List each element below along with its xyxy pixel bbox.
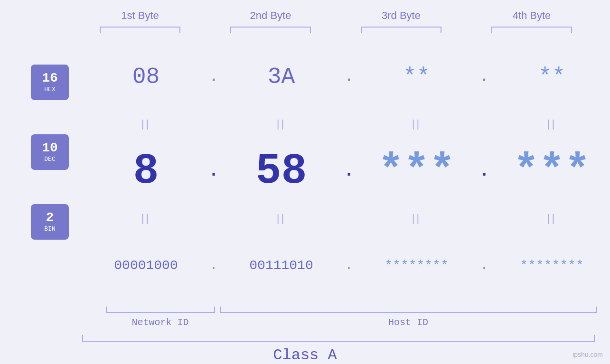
bracket-2 [230, 27, 311, 33]
eq2-b1: || [88, 212, 204, 224]
hex-b2-value: 3A [268, 64, 295, 90]
eq2-b4: || [494, 212, 610, 224]
eq2-b4-sign: || [547, 212, 556, 224]
dec-b2-value: 58 [255, 147, 307, 196]
bin-dot3: . [475, 258, 494, 273]
main-container: 1st Byte 2nd Byte 3rd Byte 4th Byte 16 H… [0, 0, 610, 364]
class-label: Class A [0, 346, 610, 364]
bin-b3-value: ******** [385, 258, 448, 273]
bin-b1-value: 00001000 [114, 258, 178, 273]
bin-b2-value: 00111010 [249, 258, 313, 273]
bracket-cell-2 [206, 27, 336, 33]
bin-row: 00001000 . 00111010 . ******** . *******… [88, 226, 610, 304]
equals-row-1: || || || || [88, 116, 610, 132]
data-grid: 08 . 3A . ** . ** || [88, 38, 610, 304]
network-bracket [106, 307, 215, 313]
eq1-b3: || [358, 118, 475, 130]
eq2-b3-sign: || [412, 212, 421, 224]
byte-headers: 1st Byte 2nd Byte 3rd Byte 4th Byte [75, 9, 597, 22]
bracket-4 [491, 27, 572, 33]
bracket-3 [361, 27, 441, 33]
hex-b3-cell: ** [358, 64, 475, 90]
eq1-b2-sign: || [277, 118, 286, 130]
byte2-header: 2nd Byte [206, 9, 336, 22]
byte1-header: 1st Byte [75, 9, 206, 22]
bin-b1-cell: 00001000 [88, 258, 204, 273]
bin-b3-cell: ******** [358, 258, 475, 273]
bin-b2-cell: 00111010 [223, 258, 339, 273]
byte3-header: 3rd Byte [336, 9, 467, 22]
dec-b1-cell: 8 [88, 147, 204, 196]
badge-column: 16 HEX 10 DEC 2 BIN [26, 38, 88, 304]
bracket-cell-4 [467, 27, 597, 33]
host-id-label: Host ID [220, 317, 597, 328]
dec-b1-value: 8 [133, 147, 159, 196]
eq1-b1-sign: || [141, 118, 150, 130]
dec-b3-cell: *** [358, 147, 475, 196]
dec-badge: 10 DEC [31, 134, 69, 170]
content-area: 16 HEX 10 DEC 2 BIN 08 . 3A [26, 38, 610, 304]
hex-badge-number: 16 [42, 72, 58, 85]
bin-badge: 2 BIN [31, 204, 69, 240]
byte4-header: 4th Byte [467, 9, 597, 22]
bracket-cell-3 [336, 27, 467, 33]
bin-dot2: . [339, 258, 358, 273]
network-id-label: Network ID [106, 317, 215, 328]
hex-badge-label: HEX [44, 86, 55, 93]
host-bracket [220, 307, 597, 313]
eq2-b2: || [223, 212, 339, 224]
equals-row-2: || || || || [88, 210, 610, 226]
dec-dot3: . [475, 161, 494, 181]
bracket-row [75, 27, 597, 33]
bottom-section: Network ID Host ID [75, 307, 597, 328]
eq2-b1-sign: || [141, 212, 150, 224]
hex-b4-value: ** [538, 64, 566, 90]
eq1-b4-sign: || [547, 118, 556, 130]
hex-b1-value: 08 [132, 64, 160, 90]
dec-badge-number: 10 [42, 141, 58, 155]
dec-dot2: . [339, 161, 358, 181]
dec-b3-value: *** [378, 147, 455, 196]
hex-dot2: . [339, 67, 358, 86]
hex-badge: 16 HEX [31, 65, 69, 100]
eq2-b2-sign: || [277, 212, 286, 224]
eq2-b3: || [358, 212, 475, 224]
bin-badge-label: BIN [44, 225, 55, 233]
eq1-b3-sign: || [412, 118, 421, 130]
bin-b4-cell: ******** [494, 258, 610, 273]
hex-dot1: . [204, 67, 223, 86]
bin-dot1: . [204, 258, 223, 273]
dec-b4-cell: *** [494, 147, 610, 196]
dec-b2-cell: 58 [223, 147, 339, 196]
dec-dot1: . [204, 161, 223, 181]
hex-dot3: . [475, 67, 494, 86]
bracket-cell-1 [75, 27, 206, 33]
hex-b1-cell: 08 [88, 64, 204, 90]
outer-bracket [82, 335, 595, 342]
hex-b2-cell: 3A [223, 64, 339, 90]
bracket-1 [100, 27, 180, 33]
bin-b4-value: ******** [520, 258, 583, 273]
watermark: ipshu.com [572, 351, 603, 358]
hex-b4-cell: ** [494, 64, 610, 90]
hex-b3-value: ** [403, 64, 431, 90]
dec-badge-label: DEC [44, 156, 55, 163]
eq1-b2: || [223, 118, 339, 130]
eq1-b4: || [494, 118, 610, 130]
bin-badge-number: 2 [46, 211, 54, 224]
eq1-b1: || [88, 118, 204, 130]
dec-b4-value: *** [513, 147, 590, 196]
hex-row: 08 . 3A . ** . ** [88, 38, 610, 116]
dec-row: 8 . 58 . *** . *** [88, 132, 610, 210]
bottom-brackets [75, 307, 597, 313]
bottom-labels: Network ID Host ID [75, 317, 597, 328]
